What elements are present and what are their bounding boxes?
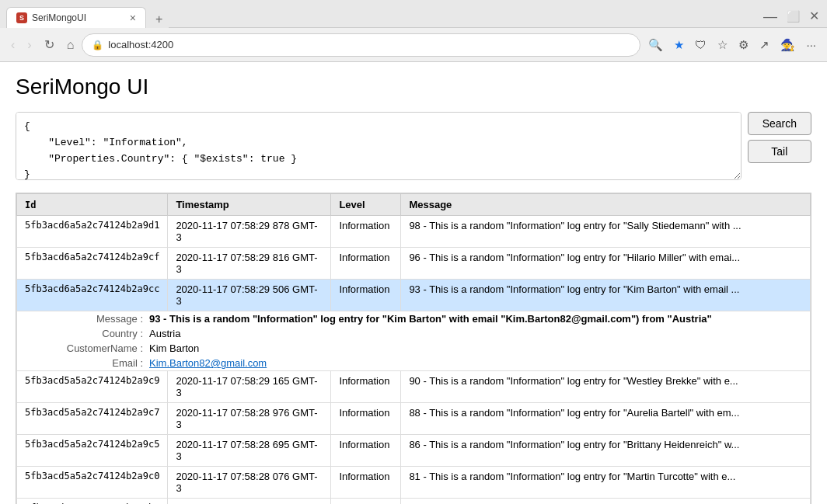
detail-email-line: Email :Kim.Barton82@gmail.com (17, 356, 810, 370)
cell-timestamp: 2020-11-17 07:58:29 878 GMT-3 (168, 216, 331, 248)
tab-favicon: S (16, 12, 27, 23)
table-row[interactable]: 5fb3acd5a5a2c74124b2a9c92020-11-17 07:58… (17, 371, 811, 403)
cell-message: 90 - This is a random "Information" log … (401, 371, 811, 403)
favorites-button[interactable]: ★ (669, 35, 689, 55)
share-button[interactable]: ↗ (755, 35, 774, 55)
cell-message: 81 - This is a random "Information" log … (401, 467, 811, 499)
tab-bar: S SeriMongoUI × + — ⬜ ✕ (0, 0, 827, 28)
col-header-id: Id (17, 194, 168, 216)
cell-level: Information (331, 216, 401, 248)
query-section: { "Level": "Information", "Properties.Co… (16, 112, 811, 180)
minimize-button[interactable]: — (759, 6, 782, 26)
table-row[interactable]: 5fb3acd5a5a2c74124b2a9c72020-11-17 07:58… (17, 403, 811, 435)
cell-level: Information (331, 371, 401, 403)
toolbar-icons: 🔍 ★ 🛡 ☆ ⚙ ↗ 🧙 ··· (644, 35, 821, 55)
browser-chrome: S SeriMongoUI × + — ⬜ ✕ ‹ › ↻ ⌂ 🔒 localh… (0, 0, 827, 62)
address-bar-input[interactable]: 🔒 localhost:4200 (82, 33, 640, 57)
detail-email-value[interactable]: Kim.Barton82@gmail.com (149, 357, 267, 369)
table-body: 5fb3acd6a5a2c74124b2a9d12020-11-17 07:58… (17, 216, 811, 505)
detail-message-label: Message : (25, 313, 149, 325)
cell-timestamp: 2020-11-17 07:58:28 076 GMT-3 (168, 467, 331, 499)
table-row[interactable]: 5fb3acd6a5a2c74124b2a9cc2020-11-17 07:58… (17, 280, 811, 311)
detail-message-value: 93 - This is a random "Information" log … (149, 313, 712, 325)
cell-message: 77 - This is a random "Information" log … (401, 499, 811, 505)
cell-message: 86 - This is a random "Information" log … (401, 435, 811, 467)
shield-button[interactable]: 🛡 (690, 35, 711, 54)
tail-button[interactable]: Tail (748, 140, 811, 163)
cell-timestamp: 2020-11-17 07:58:29 506 GMT-3 (168, 280, 331, 311)
cell-timestamp: 2020-11-17 07:58:28 976 GMT-3 (168, 403, 331, 435)
cell-id: 5fb3acd5a5a2c74124b2a9c9 (17, 371, 168, 403)
cell-level: Information (331, 280, 401, 311)
detail-message-line: Message :93 - This is a random "Informat… (17, 311, 810, 326)
tab-close-button[interactable]: × (130, 12, 136, 24)
table-row[interactable]: 5fb3acd5a5a2c74124b2a9c52020-11-17 07:58… (17, 435, 811, 467)
cell-id: 5fb3acd6a5a2c74124b2a9d1 (17, 216, 168, 248)
table-row[interactable]: 5fb3acd6a5a2c74124b2a9cf2020-11-17 07:58… (17, 248, 811, 280)
zoom-button[interactable]: 🔍 (644, 35, 668, 55)
table-container: Id Timestamp Level Message 5fb3acd6a5a2c… (16, 193, 811, 504)
cell-id: 5fb3acd5a5a2c74124b2a9c0 (17, 467, 168, 499)
new-tab-button[interactable]: + (149, 11, 169, 28)
search-button[interactable]: Search (748, 112, 811, 135)
table-row[interactable]: 5fb3acd6a5a2c74124b2a9d12020-11-17 07:58… (17, 216, 811, 248)
cell-id: 5fb3acd5a5a2c74124b2a9c7 (17, 403, 168, 435)
active-tab[interactable]: S SeriMongoUI × (6, 7, 146, 28)
cell-timestamp: 2020-11-17 07:58:27 655 GMT-3 (168, 499, 331, 505)
detail-customername-value: Kim Barton (149, 342, 199, 354)
col-header-timestamp: Timestamp (168, 194, 331, 216)
cell-timestamp: 2020-11-17 07:58:29 165 GMT-3 (168, 371, 331, 403)
cell-id: 5fb3acd5a5a2c74124b2a9c5 (17, 435, 168, 467)
forward-button[interactable]: › (23, 35, 36, 55)
page-title: SeriMongo UI (16, 75, 811, 99)
cell-level: Information (331, 403, 401, 435)
table-header-row: Id Timestamp Level Message (17, 194, 811, 216)
cell-message: 93 - This is a random "Information" log … (401, 280, 811, 311)
query-buttons: Search Tail (748, 112, 811, 163)
cell-id: 5fb3acd5a5a2c74124b2a9bc (17, 499, 168, 505)
close-window-button[interactable]: ✕ (804, 5, 824, 26)
profile-button[interactable]: 🧙 (776, 35, 800, 55)
detail-row: Message :93 - This is a random "Informat… (17, 311, 811, 371)
table-row[interactable]: 5fb3acd5a5a2c74124b2a9c02020-11-17 07:58… (17, 467, 811, 499)
collections-button[interactable]: ☆ (713, 35, 732, 55)
data-table: Id Timestamp Level Message 5fb3acd6a5a2c… (16, 193, 811, 504)
secure-icon: 🔒 (92, 40, 103, 50)
cell-timestamp: 2020-11-17 07:58:29 816 GMT-3 (168, 248, 331, 280)
cell-message: 88 - This is a random "Information" log … (401, 403, 811, 435)
address-text: localhost:4200 (108, 39, 630, 50)
menu-button[interactable]: ··· (801, 35, 821, 54)
cell-id: 5fb3acd6a5a2c74124b2a9cf (17, 248, 168, 280)
cell-message: 98 - This is a random "Information" log … (401, 216, 811, 248)
restore-button[interactable]: ⬜ (782, 7, 804, 26)
detail-country-value: Austria (149, 328, 180, 339)
table-row[interactable]: 5fb3acd5a5a2c74124b2a9bc2020-11-17 07:58… (17, 499, 811, 505)
address-bar: ‹ › ↻ ⌂ 🔒 localhost:4200 🔍 ★ 🛡 ☆ ⚙ ↗ 🧙 ·… (0, 28, 827, 62)
cell-level: Information (331, 435, 401, 467)
cell-level: Information (331, 248, 401, 280)
cell-level: Information (331, 499, 401, 505)
refresh-button[interactable]: ↻ (40, 34, 59, 55)
page-content: SeriMongo UI { "Level": "Information", "… (0, 62, 827, 504)
detail-country-line: Country :Austria (17, 326, 810, 341)
cell-message: 96 - This is a random "Information" log … (401, 248, 811, 280)
col-header-message: Message (401, 194, 811, 216)
cell-level: Information (331, 467, 401, 499)
cell-timestamp: 2020-11-17 07:58:28 695 GMT-3 (168, 435, 331, 467)
back-button[interactable]: ‹ (6, 35, 19, 55)
detail-email-label: Email : (25, 357, 149, 369)
cell-id: 5fb3acd6a5a2c74124b2a9cc (17, 280, 168, 311)
query-editor[interactable]: { "Level": "Information", "Properties.Co… (16, 112, 742, 180)
detail-cell: Message :93 - This is a random "Informat… (17, 311, 811, 371)
browser-tools-button[interactable]: ⚙ (734, 35, 753, 55)
col-header-level: Level (331, 194, 401, 216)
tab-title: SeriMongoUI (32, 12, 125, 23)
home-button[interactable]: ⌂ (62, 35, 79, 55)
detail-customername-line: CustomerName :Kim Barton (17, 341, 810, 356)
detail-customername-label: CustomerName : (25, 342, 149, 354)
detail-country-label: Country : (25, 328, 149, 339)
